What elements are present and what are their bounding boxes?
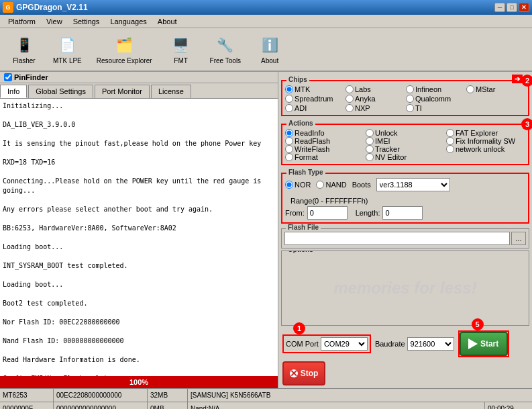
chip-anyka-radio[interactable] (345, 95, 354, 103)
baudrate-select[interactable]: 921600 (407, 337, 454, 351)
action-nveditor-radio[interactable] (366, 153, 374, 161)
toolbar-resource-explorer[interactable]: 🗂️ Resource Explorer (91, 31, 158, 68)
action-writeflash[interactable]: WriteFlash (285, 145, 364, 153)
action-tracker-radio[interactable] (366, 145, 374, 153)
status-bar-1: MT6253 00EC2208000000000 32MB [SAMSUNG] … (0, 388, 532, 402)
from-input[interactable] (307, 206, 348, 220)
chip-nxp-radio[interactable] (345, 104, 354, 112)
action-readflash[interactable]: ReadFlash (285, 137, 364, 145)
action-imei-radio[interactable] (366, 137, 374, 145)
actions-col2: Unlock IMEI Tracker NV Editor (366, 129, 445, 161)
status-flash-id: 00EC2208000000000 (54, 389, 148, 402)
resource-explorer-icon: 🗂️ (113, 34, 135, 56)
left-panel: PinFinder Info Global Settings Port Moni… (0, 72, 278, 388)
status-bar-2: 0000000F 0000000000000000 0MB Nand:N/A 0… (0, 402, 532, 409)
stop-icon: ✕ (290, 369, 298, 377)
title-bar-left: G GPGDragon_V2.11 (3, 2, 88, 13)
action-fat-explorer[interactable]: FAT Explorer (446, 129, 525, 137)
tab-global-settings[interactable]: Global Settings (28, 85, 93, 98)
chip-mstar-radio[interactable] (466, 85, 474, 93)
chip-mtk[interactable]: MTK (285, 85, 344, 93)
action-unlock[interactable]: Unlock (366, 129, 445, 137)
action-fat-explorer-radio[interactable] (446, 129, 454, 137)
chip-labs[interactable]: Labs (345, 85, 405, 93)
menu-view[interactable]: View (41, 16, 68, 27)
action-network-unlock-radio[interactable] (446, 145, 454, 153)
action-fix-informality[interactable]: Fix Informality SW (446, 137, 525, 145)
progress-bar: 100% (0, 376, 278, 388)
stop-button[interactable]: ✕ Stop (282, 361, 325, 385)
com-port-select[interactable]: COM29 (321, 337, 368, 351)
action-writeflash-radio[interactable] (285, 145, 293, 153)
chip-labs-radio[interactable] (345, 85, 354, 93)
title-bar-buttons: ─ □ ✕ (494, 3, 529, 12)
menu-about[interactable]: About (152, 16, 182, 27)
action-fix-informality-radio[interactable] (446, 137, 454, 145)
maximize-button[interactable]: □ (507, 3, 517, 12)
pinfinder-checkbox[interactable] (4, 73, 12, 81)
chip-infineon[interactable]: Infineon (406, 85, 465, 93)
free-tools-icon: 🔧 (215, 34, 236, 56)
action-nveditor[interactable]: NV Editor (366, 153, 445, 161)
chip-infineon-radio[interactable] (406, 85, 414, 93)
chip-spreadtrum-radio[interactable] (285, 95, 293, 103)
browse-button[interactable]: ... (511, 232, 526, 245)
action-format-radio[interactable] (285, 153, 293, 161)
flash-type-section: Flash Type NOR NAND Boots ver3.1188 Rang… (281, 173, 529, 224)
flash-range-row: From: Length: (285, 206, 525, 220)
mtklpe-label: MTK LPE (53, 57, 82, 64)
action-tracker[interactable]: Tracker (366, 145, 445, 153)
flash-nand-radio[interactable] (316, 181, 324, 189)
tab-port-monitor[interactable]: Port Monitor (95, 85, 150, 98)
toolbar-free-tools[interactable]: 🔧 Free Tools (204, 31, 248, 68)
flash-nand[interactable]: NAND (316, 181, 346, 189)
flash-file-input[interactable] (284, 232, 510, 245)
chip-qualcomm[interactable]: Qualcomm (406, 95, 465, 103)
boots-select[interactable]: ver3.1188 (376, 178, 450, 191)
toolbar-about[interactable]: ℹ️ About (250, 31, 290, 68)
chip-adi-radio[interactable] (285, 104, 293, 112)
toolbar-flasher[interactable]: 📱 Flasher (4, 31, 44, 68)
toolbar-mtklpe[interactable]: 📄 MTK LPE (47, 31, 88, 68)
tab-info[interactable]: Info (0, 85, 27, 98)
start-button[interactable]: Start (460, 332, 508, 356)
actions-title: Actions (286, 120, 315, 127)
status-time: 00:00:29 (485, 402, 532, 409)
flash-type-title: Flash Type (286, 169, 325, 176)
chip-nxp[interactable]: NXP (345, 104, 405, 112)
chip-qualcomm-radio[interactable] (406, 95, 414, 103)
action-readinfo[interactable]: ReadInfo (285, 129, 364, 137)
minimize-button[interactable]: ─ (494, 3, 505, 12)
chip-mtk-radio[interactable] (285, 85, 293, 93)
chip-mstar[interactable]: MStar (466, 85, 525, 93)
action-readinfo-radio[interactable] (285, 129, 293, 137)
fmt-label: FMT (174, 57, 188, 64)
action-unlock-radio[interactable] (366, 129, 374, 137)
about-icon: ℹ️ (259, 34, 280, 56)
close-button[interactable]: ✕ (519, 3, 529, 12)
action-imei[interactable]: IMEI (366, 137, 445, 145)
tab-license[interactable]: License (151, 85, 191, 98)
menu-languages[interactable]: Languages (105, 16, 152, 27)
chip-adi[interactable]: ADI (285, 104, 344, 112)
chip-ti-radio[interactable] (406, 104, 414, 112)
com-port-container: 1 COM Port COM29 (282, 334, 371, 353)
action-format[interactable]: Format (285, 153, 364, 161)
toolbar-fmt[interactable]: 🖥️ FMT (161, 31, 201, 68)
actions-col1: ReadInfo ReadFlash WriteFlash Format (285, 129, 364, 161)
chip-spreadtrum[interactable]: Spreadtrum (285, 95, 344, 103)
menu-platform[interactable]: Platform (3, 16, 41, 27)
action-readflash-radio[interactable] (285, 137, 293, 145)
pinfinder-label: PinFinder (14, 73, 48, 81)
flash-nor[interactable]: NOR (285, 181, 311, 189)
flash-nor-radio[interactable] (285, 181, 293, 189)
chip-anyka[interactable]: Anyka (345, 95, 405, 103)
bottom-controls: 1 COM Port COM29 Baudrate 921600 5 (281, 328, 529, 388)
pinfinder-checkbox-label[interactable]: PinFinder (4, 73, 48, 81)
com-port-group: COM Port COM29 (282, 334, 371, 353)
length-input[interactable] (382, 206, 423, 220)
menu-settings[interactable]: Settings (68, 16, 105, 27)
pinfinder-bar: PinFinder (0, 72, 278, 83)
action-network-unlock[interactable]: network unlock (446, 145, 525, 153)
chip-ti[interactable]: TI (406, 104, 465, 112)
